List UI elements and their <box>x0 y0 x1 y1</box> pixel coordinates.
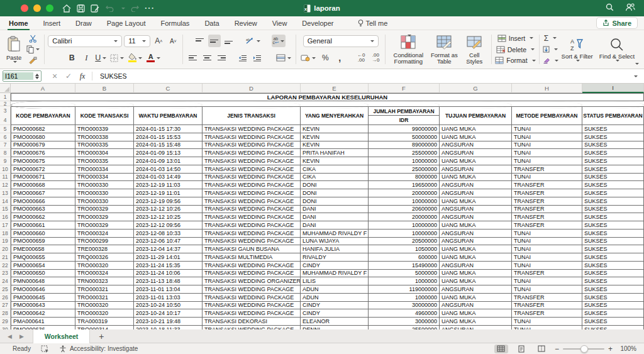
cell[interactable]: UANG MUKA <box>440 294 512 302</box>
cell[interactable]: TRANSFER <box>512 213 582 221</box>
cell[interactable]: SUKSES <box>582 285 644 294</box>
cell[interactable]: 2024-01-03 14:50 <box>134 165 203 174</box>
cell[interactable]: PMO000650 <box>11 270 75 278</box>
cell[interactable]: 2023-12-12 10:26 <box>134 206 203 214</box>
cell[interactable]: DONI <box>301 197 369 206</box>
cell[interactable]: TRE000328 <box>75 245 134 253</box>
cell[interactable]: PME000658 <box>11 245 75 253</box>
cell[interactable]: ANGSURAN <box>440 302 512 310</box>
normal-view-button[interactable] <box>494 345 508 353</box>
bold-button[interactable]: B <box>65 52 78 64</box>
cell[interactable]: ANGSURAN <box>440 181 512 189</box>
cell[interactable]: UANG MUKA <box>440 318 512 326</box>
cell[interactable]: TRANSAKSI WEDDING PACKAGE <box>203 181 301 189</box>
cell[interactable]: SUKSES <box>582 318 644 326</box>
cell[interactable]: SUKSES <box>582 133 644 141</box>
column-header-F[interactable]: F <box>369 84 440 93</box>
zoom-slider-knob[interactable] <box>580 345 588 353</box>
cell[interactable]: CINDY <box>301 302 369 310</box>
cell[interactable]: UANG MUKA <box>440 245 512 253</box>
column-header-cell[interactable]: METODE PEMBAYARAN <box>512 106 582 125</box>
conditional-formatting-button[interactable]: Conditional Formatting <box>389 33 428 66</box>
cell[interactable]: KEVIN <box>301 157 369 165</box>
cell[interactable]: ANGSURAN <box>440 230 512 238</box>
number-format-select[interactable]: General <box>303 35 379 47</box>
cell[interactable]: TRANSFER <box>512 181 582 189</box>
cell[interactable]: 2024-01-09 15:13 <box>134 149 203 157</box>
cell[interactable]: PMO000668 <box>11 181 75 189</box>
cell[interactable]: SUKSES <box>582 253 644 262</box>
column-header-G[interactable]: G <box>440 84 512 93</box>
text-orientation-button[interactable]: ab <box>244 35 262 47</box>
cell[interactable]: TUNAI <box>512 133 582 141</box>
cell[interactable]: SUKSES <box>582 262 644 270</box>
cell[interactable]: UANG MUKA <box>440 174 512 182</box>
formula-bar-value[interactable]: SUKSES <box>100 72 127 80</box>
cell[interactable]: 25000000 <box>369 165 440 174</box>
row-number[interactable]: 13 <box>0 189 11 197</box>
cell[interactable]: 10000000 <box>369 197 440 206</box>
row-number[interactable]: 34 <box>0 106 11 125</box>
tab-view[interactable]: View <box>265 16 295 30</box>
cell[interactable]: PMO000675 <box>11 157 75 165</box>
cell[interactable]: SUKSES <box>582 174 644 182</box>
cell[interactable]: TRQ000326 <box>75 253 134 262</box>
cell[interactable]: TUNAI <box>512 326 582 329</box>
cell[interactable]: TRO000320 <box>75 309 134 318</box>
row-number[interactable]: 26 <box>0 294 11 302</box>
cell[interactable]: TRANSAKSI WEDDING PACKAGE <box>203 206 301 214</box>
decrease-decimal-button[interactable]: .00→0 <box>369 52 382 64</box>
align-center-button[interactable] <box>201 52 213 64</box>
copy-button[interactable] <box>25 44 41 55</box>
cell[interactable]: 25500000 <box>369 149 440 157</box>
wrap-text-button[interactable]: abc↩ <box>272 35 286 47</box>
cell[interactable]: PMO000660 <box>11 230 75 238</box>
cell[interactable]: PMO000672 <box>11 165 75 174</box>
cell[interactable]: 20600000 <box>369 206 440 214</box>
cell[interactable]: TRANSAKSI WEDDING PACKAGE <box>203 230 301 238</box>
cell[interactable]: ADUN <box>301 294 369 302</box>
cell[interactable]: 20000000 <box>369 213 440 221</box>
accessibility-status[interactable]: Accessibility: Investigate <box>70 345 138 352</box>
cell[interactable]: SUKSES <box>582 157 644 165</box>
cell[interactable]: TRANSAKSI DEKORASI <box>203 318 301 326</box>
insert-function-icon[interactable]: fx <box>75 72 89 81</box>
cell[interactable]: TUNAI <box>512 285 582 294</box>
zoom-slider[interactable] <box>563 348 604 350</box>
cell[interactable]: TRO000329 <box>75 206 134 214</box>
column-header-cell[interactable]: JENIS TRANSAKSI <box>203 106 301 125</box>
cell[interactable]: 1000000 <box>369 294 440 302</box>
cell[interactable]: TUNAI <box>512 125 582 133</box>
increase-decimal-button[interactable]: ←0.00 <box>355 52 367 64</box>
cell[interactable]: TRANSAKSI WEDDING PACKAGE <box>203 165 301 174</box>
cell[interactable]: ANGSURAN <box>440 206 512 214</box>
sort-filter-button[interactable]: AZ Sort & Filter <box>558 36 596 63</box>
cell[interactable]: 2023-12-12 09:56 <box>134 221 203 230</box>
cell[interactable]: TRANSAKSI WEDDING PACKAGE <box>203 302 301 310</box>
cell[interactable]: TRO000339 <box>75 125 134 133</box>
merge-center-button[interactable] <box>275 52 292 64</box>
fill-color-button[interactable] <box>127 52 143 64</box>
page-break-view-button[interactable] <box>535 345 548 353</box>
cell[interactable]: TUNAI <box>512 262 582 270</box>
cell[interactable]: MUHAMMAD RIVALDY F <box>301 230 369 238</box>
cell[interactable]: 2023-10-18 11:33 <box>134 326 203 329</box>
cell[interactable]: TRO000320 <box>75 262 134 270</box>
cell[interactable]: TRANSAKSI WEDDING PACKAGE <box>203 221 301 230</box>
cell[interactable]: PMO000679 <box>11 141 75 150</box>
name-box-stepper[interactable] <box>33 74 41 79</box>
cell[interactable]: TRANSAKSI WEDDING PACKAGE <box>203 326 301 329</box>
align-bottom-button[interactable] <box>223 35 235 47</box>
search-icon[interactable] <box>606 3 614 14</box>
cell[interactable]: TRANSFER <box>512 206 582 214</box>
tab-draw[interactable]: Draw <box>68 16 99 30</box>
row-number[interactable]: 2 <box>0 101 11 106</box>
add-sheet-button[interactable]: + <box>99 331 104 341</box>
cell-styles-button[interactable]: Cell Styles <box>460 33 488 66</box>
cell[interactable]: 1050000 <box>369 245 440 253</box>
cell[interactable]: 2023-11-13 18:48 <box>134 277 203 285</box>
cell[interactable]: UANG MUKA <box>440 277 512 285</box>
formula-bar-expand-chevron-icon[interactable] <box>634 75 638 77</box>
cell[interactable]: DONI <box>301 181 369 189</box>
column-header-cell[interactable]: KODE PEMBAYARAN <box>11 106 75 125</box>
